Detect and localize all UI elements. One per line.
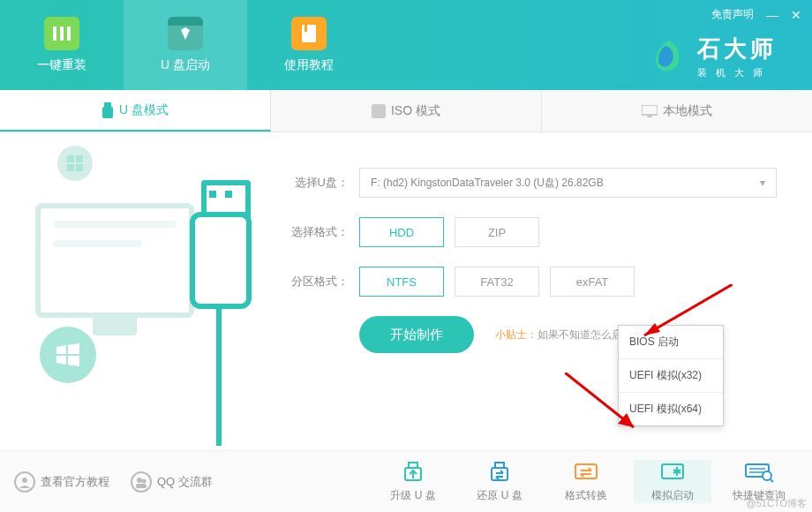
- minimize-button[interactable]: —: [766, 8, 778, 22]
- svg-point-19: [137, 478, 142, 483]
- nav-label: 使用教程: [284, 57, 334, 73]
- tab-label: 本地模式: [663, 103, 712, 119]
- tab-label: ISO 模式: [391, 103, 440, 119]
- disclaimer-link[interactable]: 免责声明: [711, 7, 754, 22]
- usb-icon: [102, 102, 114, 118]
- bars-icon: [44, 17, 79, 50]
- svg-rect-6: [102, 107, 113, 118]
- start-button[interactable]: 开始制作: [359, 316, 474, 353]
- svg-rect-3: [302, 25, 316, 42]
- action-label: 模拟启动: [651, 488, 694, 503]
- mode-tabs: U 盘模式 ISO 模式 本地模式: [0, 90, 812, 132]
- illustration: [0, 132, 274, 450]
- group-icon: [131, 471, 152, 493]
- nav-usb-boot[interactable]: U 盘启动: [124, 0, 247, 90]
- svg-point-18: [22, 478, 27, 483]
- chevron-down-icon: ▾: [760, 177, 765, 189]
- action-label: 升级 U 盘: [390, 488, 435, 503]
- svg-rect-5: [104, 102, 111, 107]
- nav-label: U 盘启动: [161, 57, 210, 73]
- format-zip-button[interactable]: ZIP: [455, 217, 539, 247]
- svg-rect-1: [60, 26, 64, 41]
- iso-icon: [372, 104, 386, 118]
- convert-icon: [571, 460, 601, 485]
- tab-usb-mode[interactable]: U 盘模式: [0, 90, 271, 132]
- usb-drive-icon: [190, 212, 252, 309]
- app-header: 一键重装 U 盘启动 使用教程 免责声明 — ✕ 石大师 装机大师: [0, 0, 812, 90]
- svg-rect-8: [642, 105, 658, 115]
- form-panel: 选择U盘： F: (hd2) KingstonDataTraveler 3.0 …: [274, 132, 812, 450]
- window-controls: 免责声明 — ✕: [711, 7, 801, 22]
- watermark: @51CTO博客: [747, 497, 807, 510]
- usb-select[interactable]: F: (hd2) KingstonDataTraveler 3.0 (U盘) 2…: [359, 168, 777, 198]
- action-simulate-boot[interactable]: 模拟启动: [634, 460, 711, 503]
- format-hdd-button[interactable]: HDD: [359, 217, 444, 247]
- partition-label: 分区格式：: [282, 274, 349, 290]
- action-format-convert[interactable]: 格式转换: [547, 460, 625, 503]
- svg-rect-0: [53, 26, 56, 41]
- windows-badge-small: [57, 146, 93, 181]
- upgrade-icon: [398, 460, 428, 485]
- svg-point-37: [763, 471, 771, 480]
- boot-mode-popup: BIOS 启动 UEFI 模拟(x32) UEFI 模拟(x64): [618, 325, 724, 426]
- footer-actions: 升级 U 盘 还原 U 盘 格式转换 模拟启动 快捷键查询: [374, 460, 798, 503]
- cable-icon: [216, 305, 222, 446]
- monitor-icon: [35, 203, 194, 318]
- svg-rect-7: [372, 104, 386, 118]
- link-label: QQ 交流群: [157, 474, 213, 490]
- action-upgrade-usb[interactable]: 升级 U 盘: [374, 460, 452, 503]
- action-label: 格式转换: [565, 488, 607, 503]
- popup-uefi-x32[interactable]: UEFI 模拟(x32): [619, 359, 723, 393]
- qq-group-link[interactable]: QQ 交流群: [131, 471, 213, 493]
- close-button[interactable]: ✕: [791, 8, 801, 22]
- svg-rect-10: [67, 155, 74, 162]
- popup-uefi-x64[interactable]: UEFI 模拟(x64): [619, 393, 723, 425]
- tab-iso-mode[interactable]: ISO 模式: [271, 90, 542, 132]
- brand: 石大师 装机大师: [650, 34, 777, 79]
- official-tutorial-link[interactable]: 查看官方教程: [14, 471, 109, 493]
- nav-tutorial[interactable]: 使用教程: [247, 0, 371, 90]
- svg-rect-12: [67, 164, 74, 171]
- svg-point-20: [142, 478, 147, 483]
- svg-rect-13: [76, 164, 83, 171]
- avatar-icon: [14, 471, 35, 493]
- svg-rect-9: [647, 116, 652, 117]
- usb-shield-icon: [168, 17, 203, 50]
- tab-local-mode[interactable]: 本地模式: [542, 90, 812, 132]
- keyboard-search-icon: [744, 460, 774, 485]
- brand-sub: 装机大师: [697, 66, 777, 79]
- book-icon: [291, 17, 327, 50]
- link-label: 查看官方教程: [41, 474, 109, 490]
- svg-rect-11: [76, 155, 83, 162]
- popup-bios-boot[interactable]: BIOS 启动: [619, 326, 723, 359]
- tab-label: U 盘模式: [119, 102, 169, 118]
- usb-select-value: F: (hd2) KingstonDataTraveler 3.0 (U盘) 2…: [371, 176, 604, 191]
- windows-badge-icon: [40, 327, 96, 383]
- restore-icon: [485, 460, 515, 485]
- footer-bar: 查看官方教程 QQ 交流群 升级 U 盘 还原 U 盘 格式转换 模拟启动 快捷…: [0, 450, 812, 512]
- brand-name: 石大师: [697, 34, 777, 64]
- action-restore-usb[interactable]: 还原 U 盘: [461, 460, 538, 503]
- format-label: 选择格式：: [282, 224, 349, 240]
- svg-line-38: [771, 479, 773, 482]
- nav-label: 一键重装: [37, 57, 86, 73]
- usb-select-label: 选择U盘：: [282, 175, 349, 191]
- svg-rect-2: [67, 26, 71, 41]
- monitor-icon: [642, 105, 658, 117]
- nav-reinstall[interactable]: 一键重装: [0, 0, 124, 90]
- partition-fat32-button[interactable]: FAT32: [455, 267, 539, 297]
- partition-ntfs-button[interactable]: NTFS: [359, 267, 444, 297]
- partition-exfat-button[interactable]: exFAT: [550, 267, 635, 297]
- svg-rect-27: [662, 464, 683, 478]
- simulate-icon: [658, 460, 688, 485]
- svg-rect-21: [136, 484, 147, 488]
- brand-logo-icon: [650, 37, 688, 76]
- svg-rect-4: [304, 25, 307, 32]
- action-label: 还原 U 盘: [477, 488, 522, 503]
